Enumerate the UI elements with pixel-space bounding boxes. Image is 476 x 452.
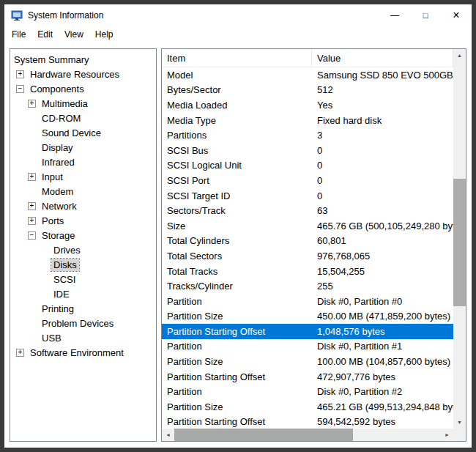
tree-item-label[interactable]: Multimedia [40, 97, 90, 110]
tree-item-label[interactable]: Printing [40, 303, 76, 315]
tree-item-problem-devices[interactable]: Problem Devices [10, 316, 156, 330]
table-row[interactable]: Sectors/Track 63 [162, 203, 453, 218]
tree-item-label[interactable]: System Summary [12, 53, 92, 66]
horizontal-scroll-thumb[interactable] [174, 429, 353, 441]
horizontal-scrollbar[interactable]: ◄ ► [162, 429, 453, 441]
scroll-down-arrow-icon[interactable]: ▼ [453, 416, 466, 429]
table-row[interactable]: Media Type Fixed hard disk [162, 113, 453, 128]
scrollbar-corner [453, 429, 466, 441]
table-row[interactable]: Tracks/Cylinder 255 [162, 278, 453, 294]
tree-item-label[interactable]: Infrared [40, 156, 77, 168]
table-row[interactable]: Total Cylinders 60,801 [162, 234, 453, 249]
table-row[interactable]: Partition Size 450.00 MB (471,859,200 by… [162, 309, 453, 325]
tree-expander-icon[interactable]: − [28, 231, 36, 240]
tree-expander-icon[interactable]: + [16, 70, 24, 78]
table-row[interactable]: SCSI Bus 0 [162, 143, 453, 158]
table-row[interactable]: Partition Size 100.00 MB (104,857,600 by… [162, 354, 453, 369]
tree-item-software-environment[interactable]: + Software Environment [10, 345, 156, 360]
tree-item-label[interactable]: Storage [40, 229, 78, 242]
tree-item-label[interactable]: Software Environment [28, 347, 126, 359]
tree-item-label[interactable]: Modem [40, 185, 75, 198]
value-cell: 465.21 GB (499,513,294,848 bytes) [312, 401, 453, 412]
tree-item-label[interactable]: SCSI [51, 273, 78, 286]
scroll-left-arrow-icon[interactable]: ◄ [162, 429, 174, 441]
tree-item-label[interactable]: Sound Device [40, 127, 103, 139]
tree-item-label[interactable]: Display [40, 141, 75, 154]
table-row[interactable]: SCSI Port 0 [162, 173, 453, 188]
tree-item-cd-rom[interactable]: CD-ROM [10, 111, 156, 125]
table-row[interactable]: Partition Disk #0, Partition #2 [162, 384, 453, 399]
table-row[interactable]: Bytes/Sector 512 [162, 83, 453, 98]
tree-item-label[interactable]: Hardware Resources [28, 68, 122, 81]
vertical-scroll-track[interactable] [453, 62, 466, 416]
tree-item-label[interactable]: Network [40, 200, 79, 212]
tree-item-label[interactable]: CD-ROM [40, 112, 83, 125]
tree-item-sound-device[interactable]: Sound Device [10, 125, 156, 140]
minimize-button[interactable]: — [379, 4, 410, 26]
tree-item-ports[interactable]: + Ports [10, 213, 156, 228]
tree-item-input[interactable]: + Input [10, 169, 156, 184]
menu-view[interactable]: View [59, 27, 89, 42]
table-row[interactable]: Total Sectors 976,768,065 [162, 248, 453, 264]
horizontal-scroll-track[interactable] [174, 429, 441, 441]
table-row[interactable]: Partition Size 465.21 GB (499,513,294,84… [162, 399, 453, 415]
scroll-right-arrow-icon[interactable]: ► [441, 429, 453, 441]
tree-item-label[interactable]: Problem Devices [40, 317, 116, 330]
column-header-item[interactable]: Item [162, 49, 312, 67]
vertical-scroll-thumb[interactable] [453, 179, 466, 306]
tree-expander-icon[interactable]: + [28, 202, 36, 210]
tree-item-label[interactable]: Ports [40, 215, 66, 227]
table-row[interactable]: Size 465.76 GB (500,105,249,280 bytes) [162, 218, 453, 234]
table-row[interactable]: SCSI Logical Unit 0 [162, 158, 453, 174]
table-row[interactable]: Partition Disk #0, Partition #1 [162, 339, 453, 355]
table-row[interactable]: Partition Starting Offset 1,048,576 byte… [162, 324, 453, 339]
item-cell: Partition Size [162, 356, 312, 367]
table-row[interactable]: Partition Starting Offset 472,907,776 by… [162, 369, 453, 385]
tree-expander-icon[interactable]: + [16, 349, 24, 357]
tree-item-ide[interactable]: IDE [10, 286, 156, 301]
tree-expander-icon[interactable]: + [28, 100, 36, 108]
tree-item-infrared[interactable]: Infrared [10, 155, 156, 169]
tree-item-drives[interactable]: Drives [10, 242, 156, 257]
tree-item-usb[interactable]: USB [10, 330, 156, 345]
tree-item-label[interactable]: Input [40, 171, 65, 183]
table-row[interactable]: SCSI Target ID 0 [162, 188, 453, 204]
tree-item-label[interactable]: Drives [51, 244, 83, 256]
tree-item-system-summary[interactable]: System Summary [10, 52, 156, 67]
tree-item-label[interactable]: Disks [51, 259, 79, 271]
tree-item-scsi[interactable]: SCSI [10, 272, 156, 286]
tree-item-display[interactable]: Display [10, 140, 156, 155]
table-row[interactable]: Partitions 3 [162, 127, 453, 143]
tree-expander-icon[interactable]: − [16, 85, 24, 93]
tree-item-network[interactable]: + Network [10, 199, 156, 213]
tree-item-label[interactable]: USB [40, 332, 64, 344]
tree-item-disks[interactable]: Disks [10, 257, 156, 272]
column-header-value[interactable]: Value [312, 49, 453, 67]
table-row[interactable]: Partition Disk #0, Partition #0 [162, 294, 453, 309]
value-cell: 60,801 [312, 235, 453, 246]
menu-edit[interactable]: Edit [31, 27, 59, 42]
tree-item-components[interactable]: − Components [10, 81, 156, 96]
tree-item-label[interactable]: Components [28, 83, 86, 95]
table-row[interactable]: Total Tracks 15,504,255 [162, 264, 453, 279]
tree-item-multimedia[interactable]: + Multimedia [10, 96, 156, 111]
menu-help[interactable]: Help [89, 27, 119, 42]
table-row[interactable]: Media Loaded Yes [162, 97, 453, 113]
close-button[interactable]: × [441, 4, 472, 26]
maximize-button[interactable]: □ [410, 4, 441, 26]
tree-indent [10, 323, 28, 324]
tree-item-hardware-resources[interactable]: + Hardware Resources [10, 67, 156, 81]
tree-indent [10, 118, 28, 119]
scroll-up-arrow-icon[interactable]: ▲ [453, 49, 466, 62]
table-row[interactable]: Model Samsung SSD 850 EVO 500GB [162, 67, 453, 83]
menu-file[interactable]: File [6, 27, 31, 42]
tree-item-printing[interactable]: Printing [10, 301, 156, 316]
vertical-scrollbar[interactable]: ▲ ▼ [453, 49, 466, 429]
table-row[interactable]: Partition Starting Offset 594,542,592 by… [162, 415, 453, 429]
tree-item-storage[interactable]: − Storage [10, 228, 156, 242]
tree-expander-icon[interactable]: + [28, 173, 36, 181]
tree-item-modem[interactable]: Modem [10, 184, 156, 199]
tree-item-label[interactable]: IDE [51, 288, 72, 300]
tree-expander-icon[interactable]: + [28, 217, 36, 225]
value-cell: 450.00 MB (471,859,200 bytes) [312, 311, 453, 322]
